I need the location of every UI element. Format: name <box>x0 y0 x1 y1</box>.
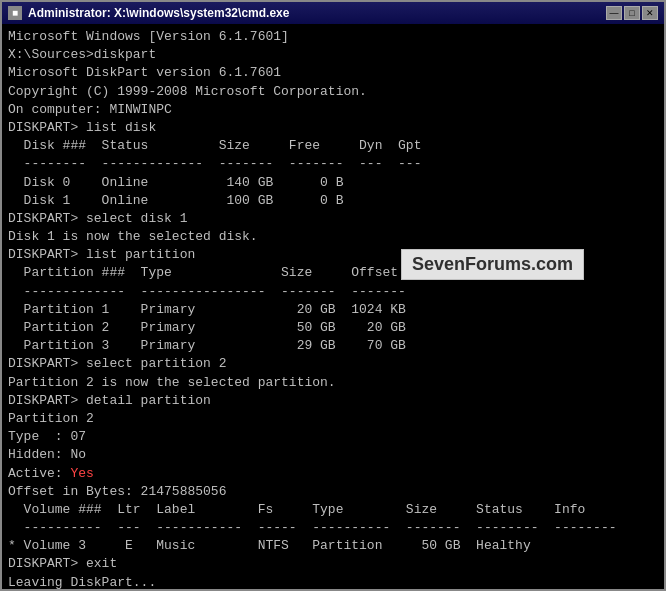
terminal-line: Disk ### Status Size Free Dyn Gpt <box>8 137 658 155</box>
cmd-window: ■ Administrator: X:\windows\system32\cmd… <box>0 0 666 591</box>
active-value: Yes <box>70 466 93 481</box>
terminal-line: Active: Yes <box>8 465 658 483</box>
terminal-line: Disk 1 Online 100 GB 0 B <box>8 192 658 210</box>
terminal-line: * Volume 3 E Music NTFS Partition 50 GB … <box>8 537 658 555</box>
terminal-line: On computer: MINWINPC <box>8 101 658 119</box>
close-button[interactable]: ✕ <box>642 6 658 20</box>
terminal-line: Partition 1 Primary 20 GB 1024 KB <box>8 301 658 319</box>
title-bar: ■ Administrator: X:\windows\system32\cmd… <box>2 2 664 24</box>
terminal-line: Disk 1 is now the selected disk. <box>8 228 658 246</box>
terminal-line: Offset in Bytes: 21475885056 <box>8 483 658 501</box>
terminal-line: Microsoft DiskPart version 6.1.7601 <box>8 64 658 82</box>
minimize-button[interactable]: — <box>606 6 622 20</box>
title-bar-left: ■ Administrator: X:\windows\system32\cmd… <box>8 6 289 20</box>
window-icon: ■ <box>8 6 22 20</box>
terminal-line: DISKPART> select partition 2 <box>8 355 658 373</box>
terminal-line: Copyright (C) 1999-2008 Microsoft Corpor… <box>8 83 658 101</box>
terminal-line: Partition 3 Primary 29 GB 70 GB <box>8 337 658 355</box>
watermark: SevenForums.com <box>401 249 584 280</box>
terminal-line: Leaving DiskPart... <box>8 574 658 589</box>
terminal-content: SevenForums.com Microsoft Windows [Versi… <box>2 24 664 589</box>
terminal-line: Partition 2 is now the selected partitio… <box>8 374 658 392</box>
terminal-line: ------------- ---------------- ------- -… <box>8 283 658 301</box>
terminal-line: Type : 07 <box>8 428 658 446</box>
terminal-line: DISKPART> detail partition <box>8 392 658 410</box>
terminal-line: Hidden: No <box>8 446 658 464</box>
terminal-line: Partition 2 Primary 50 GB 20 GB <box>8 319 658 337</box>
terminal-line: DISKPART> list disk <box>8 119 658 137</box>
terminal-line: Microsoft Windows [Version 6.1.7601] <box>8 28 658 46</box>
title-bar-buttons: — □ ✕ <box>606 6 658 20</box>
terminal-line: Disk 0 Online 140 GB 0 B <box>8 174 658 192</box>
terminal-line: ---------- --- ----------- ----- -------… <box>8 519 658 537</box>
terminal-line: Partition 2 <box>8 410 658 428</box>
terminal-line: Volume ### Ltr Label Fs Type Size Status… <box>8 501 658 519</box>
terminal-line: DISKPART> select disk 1 <box>8 210 658 228</box>
window-title: Administrator: X:\windows\system32\cmd.e… <box>28 6 289 20</box>
terminal-line: -------- ------------- ------- ------- -… <box>8 155 658 173</box>
terminal-line: X:\Sources>diskpart <box>8 46 658 64</box>
maximize-button[interactable]: □ <box>624 6 640 20</box>
terminal-line: DISKPART> exit <box>8 555 658 573</box>
